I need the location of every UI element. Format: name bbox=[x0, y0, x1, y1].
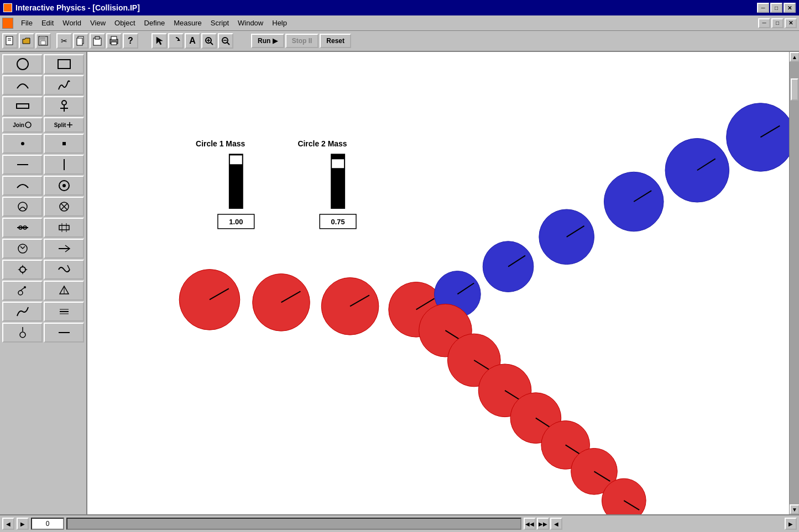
split-button[interactable]: Split bbox=[44, 117, 84, 133]
tool-9a[interactable] bbox=[2, 239, 43, 259]
menu-close-button[interactable]: ✕ bbox=[785, 18, 797, 28]
svg-rect-22 bbox=[58, 60, 70, 69]
scroll-up-button[interactable]: ▲ bbox=[790, 52, 799, 62]
tool-13b[interactable] bbox=[44, 323, 84, 343]
menu-object[interactable]: Object bbox=[110, 18, 140, 28]
play-forward-button[interactable]: ▶ bbox=[17, 518, 29, 530]
frame-back-button[interactable]: ◀◀ bbox=[524, 518, 536, 530]
vline-tool[interactable] bbox=[44, 155, 84, 175]
scroll-down-button[interactable]: ▼ bbox=[790, 504, 799, 514]
print-button[interactable] bbox=[106, 33, 122, 49]
svg-point-35 bbox=[62, 184, 66, 187]
circle-filled-tool[interactable] bbox=[44, 176, 84, 196]
menu-edit[interactable]: Edit bbox=[37, 18, 58, 28]
point-tool[interactable] bbox=[2, 134, 43, 154]
timeline-track[interactable] bbox=[66, 518, 521, 530]
svg-rect-5 bbox=[41, 41, 45, 45]
tool-7a[interactable] bbox=[2, 197, 43, 217]
tool-11a[interactable] bbox=[2, 281, 43, 301]
frame-value: 0 bbox=[46, 520, 50, 528]
status-bar: ◀ ▶ 0 ◀◀ ▶▶ ◀ ▶ bbox=[0, 514, 799, 532]
menu-help[interactable]: Help bbox=[268, 18, 291, 28]
app-icon bbox=[3, 3, 12, 12]
tool-13a[interactable] bbox=[2, 323, 43, 343]
sidebar-row-2 bbox=[2, 75, 84, 95]
svg-point-48 bbox=[20, 267, 25, 272]
menu-file[interactable]: File bbox=[17, 18, 37, 28]
menu-measure[interactable]: Measure bbox=[169, 18, 206, 28]
zoom-out-tool[interactable] bbox=[218, 33, 233, 49]
circle2-value: 0.75 bbox=[331, 218, 345, 226]
rotate-tool[interactable] bbox=[168, 33, 184, 49]
menu-define[interactable]: Define bbox=[140, 18, 170, 28]
tool-8a[interactable] bbox=[2, 218, 43, 238]
tool-12b[interactable] bbox=[44, 302, 84, 322]
freeform-tool[interactable] bbox=[44, 75, 84, 95]
flat-tool[interactable] bbox=[2, 96, 43, 116]
nav-left-button[interactable]: ◀ bbox=[550, 518, 562, 530]
gear-tool[interactable] bbox=[2, 260, 43, 280]
menu-view[interactable]: View bbox=[86, 18, 110, 28]
join-button[interactable]: Join bbox=[2, 117, 43, 133]
svg-point-27 bbox=[25, 122, 31, 128]
menu-bar: File Edit World View Object Define Measu… bbox=[0, 15, 799, 31]
play-reverse-button[interactable]: ◀ bbox=[2, 518, 14, 530]
stop-button[interactable]: Stop II bbox=[285, 34, 319, 48]
nav-right-button[interactable]: ▶ bbox=[785, 518, 797, 530]
svg-point-30 bbox=[21, 142, 24, 145]
rectangle-tool[interactable] bbox=[44, 54, 84, 74]
help-button[interactable]: ? bbox=[123, 33, 138, 49]
arc-tool[interactable] bbox=[2, 176, 43, 196]
canvas-area: Circle 1 Mass 1.00 Circle 2 Mass 0.75 bbox=[87, 52, 789, 514]
new-button[interactable] bbox=[2, 33, 18, 49]
tool-10b[interactable] bbox=[44, 260, 84, 280]
tool-12a[interactable] bbox=[2, 302, 43, 322]
open-button[interactable] bbox=[19, 33, 34, 49]
save-button[interactable] bbox=[35, 33, 51, 49]
sidebar-row-8 bbox=[2, 218, 84, 238]
circle-tool[interactable] bbox=[2, 54, 43, 74]
scroll-track bbox=[790, 62, 799, 504]
slider1-thumb[interactable] bbox=[230, 155, 242, 164]
tool-11b[interactable] bbox=[44, 281, 84, 301]
text-tool[interactable]: A bbox=[185, 33, 200, 49]
frame-input[interactable]: 0 bbox=[31, 518, 64, 530]
frame-step-button[interactable]: ▶▶ bbox=[537, 518, 549, 530]
menu-app-icon[interactable] bbox=[2, 18, 13, 29]
menu-world[interactable]: World bbox=[58, 18, 86, 28]
status-right-buttons: ◀◀ ▶▶ ◀ ▶ bbox=[524, 518, 797, 530]
title-bar: Interactive Physics - [Collision.IP] ─ □… bbox=[0, 0, 799, 15]
simulation-controls: Run ▶ Stop II Reset bbox=[251, 34, 351, 48]
window-title: Interactive Physics - [Collision.IP] bbox=[15, 3, 140, 12]
tool-8b[interactable] bbox=[44, 218, 84, 238]
paste-button[interactable] bbox=[90, 33, 105, 49]
menu-minimize-button[interactable]: ─ bbox=[758, 18, 770, 28]
minimize-button[interactable]: ─ bbox=[757, 3, 769, 13]
menu-script[interactable]: Script bbox=[206, 18, 233, 28]
zoom-in-tool[interactable] bbox=[201, 33, 217, 49]
menu-items: File Edit World View Object Define Measu… bbox=[2, 18, 291, 29]
join-split-row: Join Split bbox=[2, 117, 84, 133]
reset-button[interactable]: Reset bbox=[320, 34, 351, 48]
curve-tool[interactable] bbox=[2, 75, 43, 95]
svg-line-15 bbox=[210, 42, 213, 45]
slider2-thumb[interactable] bbox=[332, 159, 344, 168]
hline-tool[interactable] bbox=[2, 155, 43, 175]
scroll-thumb[interactable] bbox=[791, 78, 798, 101]
maximize-button[interactable]: □ bbox=[770, 3, 782, 13]
menu-restore-button[interactable]: □ bbox=[771, 18, 784, 28]
sidebar-row-4 bbox=[2, 134, 84, 154]
close-button[interactable]: ✕ bbox=[784, 3, 796, 13]
anchor-tool[interactable] bbox=[44, 96, 84, 116]
menu-window[interactable]: Window bbox=[233, 18, 268, 28]
sidebar-row-12 bbox=[2, 302, 84, 322]
select-tool[interactable] bbox=[152, 33, 167, 49]
copy-button[interactable] bbox=[73, 33, 88, 49]
run-button[interactable]: Run ▶ bbox=[251, 34, 284, 48]
svg-rect-43 bbox=[59, 225, 69, 230]
svg-rect-23 bbox=[17, 104, 29, 108]
square-point-tool[interactable] bbox=[44, 134, 84, 154]
cut-button[interactable]: ✂ bbox=[56, 33, 72, 49]
tool-9b[interactable] bbox=[44, 239, 84, 259]
tool-7b[interactable] bbox=[44, 197, 84, 217]
